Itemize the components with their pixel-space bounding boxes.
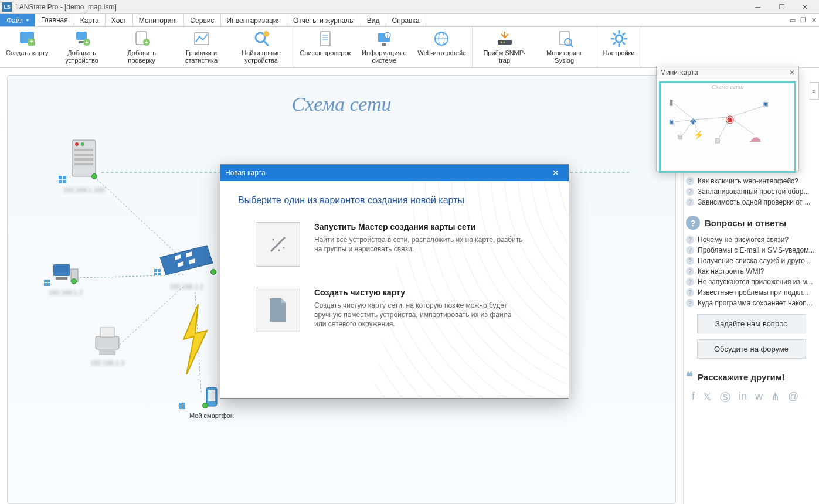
svg-line-43 — [119, 287, 183, 345]
faq-list: ?Почему не рисуются связи? ?Проблемы с E… — [686, 234, 817, 308]
mdi-minimize-button[interactable]: ▭ — [787, 14, 798, 26]
chart-icon — [192, 29, 211, 48]
check-list-button[interactable]: Список проверок — [297, 28, 355, 66]
web-interface-button[interactable]: Web-интерфейс — [414, 28, 469, 66]
add-check-button[interactable]: + Добавить проверку — [112, 28, 172, 66]
search-icon — [252, 29, 271, 48]
window-minimize-button[interactable]: ─ — [746, 0, 770, 14]
odnoklassniki-icon[interactable]: ⋔ — [771, 390, 780, 404]
syslog-icon — [555, 29, 574, 48]
help-link[interactable]: ?Зависимость одной проверки от ... — [686, 197, 817, 207]
svg-rect-60 — [47, 280, 50, 282]
faq-link[interactable]: ?Как настроить WMI? — [686, 266, 817, 277]
tab-inventory[interactable]: Инвентаризация — [221, 14, 287, 26]
settings-button[interactable]: Настройки — [600, 28, 638, 66]
question-icon: ? — [686, 188, 694, 196]
ribbon-label: Мониторинг Syslog — [538, 49, 591, 64]
device-switch[interactable]: 192.168.1.1 — [154, 240, 219, 290]
minimap-viewport[interactable]: Схема сети ▮ ◆ ▣ ▤ ⚡ ◉ ☁ ▣ ▥ — [659, 81, 796, 173]
start-links-list: ?Как включить web-интерфейс? ?Запланиров… — [686, 176, 817, 207]
faq-link[interactable]: ?Куда программа сохраняет накоп... — [686, 298, 817, 308]
ribbon-label: Добавить устройство — [56, 49, 108, 64]
charts-button[interactable]: Графики и статистика — [172, 28, 232, 66]
dialog-close-button[interactable]: ✕ — [548, 165, 564, 181]
find-new-button[interactable]: Найти новые устройства — [232, 28, 291, 66]
linkedin-icon[interactable]: in — [739, 390, 747, 404]
minimap-panel[interactable]: Мини-карта ✕ Схема сети ▮ ◆ ▣ ▤ ⚡ ◉ ☁ ▣ … — [656, 66, 799, 171]
button-label: Обсудите на форуме — [714, 345, 789, 353]
file-menu-button[interactable]: Файл ▾ — [0, 14, 35, 26]
list-icon — [316, 29, 335, 48]
option-title: Создать чистую карту — [314, 288, 525, 297]
add-device-button[interactable]: + Добавить устройство — [52, 28, 112, 66]
link-text: Куда программа сохраняет накоп... — [698, 299, 813, 307]
mdi-close-button[interactable]: ✕ — [808, 14, 819, 26]
skype-icon[interactable]: Ⓢ — [720, 390, 730, 404]
minimap-close-button[interactable]: ✕ — [789, 69, 795, 77]
faq-link[interactable]: ?Не запускаются приложения из м... — [686, 277, 817, 287]
svg-rect-81 — [182, 406, 185, 409]
snmp-trap-button[interactable]: Приём SNMP-trap — [475, 28, 535, 66]
at-icon[interactable]: @ — [788, 390, 798, 404]
svg-line-83 — [675, 120, 694, 122]
faq-link[interactable]: ?Проблемы с E-mail и SMS-уведом... — [686, 245, 817, 256]
tab-label: Мониторинг — [139, 16, 178, 25]
svg-rect-48 — [74, 149, 93, 151]
tab-reports[interactable]: Отчёты и журналы — [287, 14, 361, 26]
new-map-dialog: Новая карта ✕ Выберите один из вариантов… — [220, 164, 569, 399]
faq-link[interactable]: ?Получение списка служб и друго... — [686, 256, 817, 266]
tab-service[interactable]: Сервис — [184, 14, 220, 26]
ask-question-button[interactable]: Задайте нам вопрос — [697, 314, 806, 333]
svg-rect-70 — [154, 273, 157, 275]
wizard-icon — [256, 222, 300, 267]
ribbon-label: Создать карту — [6, 49, 49, 57]
question-icon: ? — [686, 267, 694, 275]
info-icon: i — [375, 29, 393, 48]
device-pc[interactable]: 192.168.1.2 — [49, 263, 83, 296]
link-text: Получение списка служб и друго... — [698, 257, 811, 265]
svg-rect-74 — [99, 350, 115, 355]
sys-info-button[interactable]: i Информация о системе — [354, 28, 414, 66]
forum-button[interactable]: Обсудите на форуме — [697, 339, 806, 359]
svg-marker-75 — [183, 304, 207, 374]
sidebar-collapse-handle[interactable]: » — [810, 82, 819, 100]
tab-label: Главная — [41, 16, 68, 24]
twitter-icon[interactable]: 𝕏 — [703, 390, 712, 404]
tab-map[interactable]: Карта — [74, 14, 106, 26]
vk-icon[interactable]: w — [755, 390, 763, 404]
device-printer[interactable]: 192.168.1.3 — [90, 325, 125, 366]
create-map-button[interactable]: + Создать карту — [2, 28, 52, 66]
gear-icon — [610, 29, 628, 48]
help-link[interactable]: ?Как включить web-интерфейс? — [686, 176, 817, 186]
option-wizard[interactable]: Запустить Мастер создания карты сети Най… — [256, 222, 551, 267]
help-link[interactable]: ?Запланированный простой обор... — [686, 186, 817, 197]
link-text: Зависимость одной проверки от ... — [698, 198, 810, 206]
tab-help[interactable]: Справка — [386, 14, 426, 26]
dialog-titlebar[interactable]: Новая карта ✕ — [220, 165, 569, 181]
faq-link[interactable]: ?Известные проблемы при подкл... — [686, 287, 817, 298]
faq-link[interactable]: ?Почему не рисуются связи? — [686, 234, 817, 245]
faq-heading: ? Вопросы и ответы — [686, 216, 817, 230]
svg-rect-52 — [59, 176, 62, 179]
minimap-titlebar[interactable]: Мини-карта ✕ — [657, 66, 798, 79]
syslog-button[interactable]: Мониторинг Syslog — [535, 28, 594, 66]
tab-label: Карта — [80, 16, 99, 25]
device-server[interactable]: 192.168.1.100 — [63, 137, 104, 193]
tab-monitoring[interactable]: Мониторинг — [133, 14, 185, 26]
question-icon: ? — [686, 177, 694, 185]
option-blank-map[interactable]: Создать чистую карту Создать чистую карт… — [256, 288, 551, 332]
window-maximize-button[interactable]: ☐ — [770, 0, 793, 14]
mdi-restore-button[interactable]: ❐ — [798, 14, 808, 26]
link-text: Почему не рисуются связи? — [698, 236, 789, 244]
facebook-icon[interactable]: f — [692, 390, 695, 404]
svg-text:+: + — [145, 39, 148, 46]
device-label: 192.168.1.1 — [154, 283, 219, 290]
tab-label: Отчёты и журналы — [293, 16, 355, 25]
svg-line-30 — [570, 45, 573, 47]
svg-rect-72 — [96, 336, 119, 349]
tab-main[interactable]: Главная — [35, 14, 74, 26]
tab-view[interactable]: Вид — [361, 14, 386, 26]
tab-host[interactable]: Хост — [106, 14, 133, 26]
svg-point-93 — [278, 250, 280, 251]
window-close-button[interactable]: ✕ — [793, 0, 817, 14]
